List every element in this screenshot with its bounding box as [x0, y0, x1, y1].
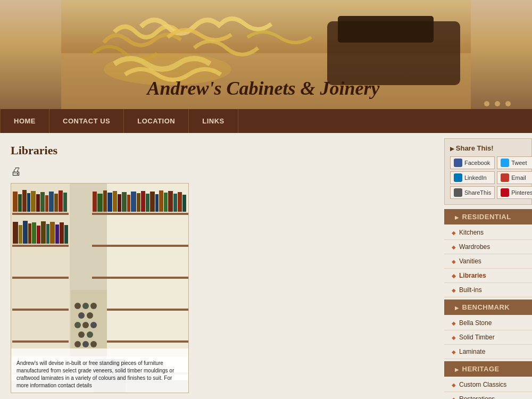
content-area: Libraries 🖨: [0, 133, 532, 399]
svg-rect-35: [54, 194, 58, 212]
section-heritage: HERITAGE: [444, 361, 532, 377]
svg-rect-47: [55, 225, 59, 244]
svg-rect-44: [41, 221, 46, 244]
svg-rect-63: [155, 194, 159, 212]
sidebar-item-restorations[interactable]: ◆ Restorations: [444, 392, 532, 399]
main-content: Libraries 🖨: [0, 133, 444, 399]
image-caption: Andrew's will devise in-built or free st…: [11, 356, 188, 393]
svg-rect-62: [150, 192, 155, 212]
sidebar-item-builtins[interactable]: ◆ Built-ins: [444, 283, 532, 297]
sidebar-item-libraries[interactable]: ◆ Libraries: [444, 269, 532, 283]
svg-rect-54: [113, 191, 117, 212]
benchmark-items: ◆ Bella Stone ◆ Solid Timber ◆ Laminate: [444, 316, 532, 359]
banner-svg: Andrew's Cabinets & Joinery: [0, 0, 532, 109]
svg-rect-36: [59, 190, 63, 212]
svg-rect-66: [168, 191, 173, 212]
section-benchmark: BENCHMARK: [444, 300, 532, 315]
svg-rect-57: [127, 195, 130, 212]
nav-location[interactable]: LOCATION: [124, 109, 189, 133]
solid-timber-label: Solid Timber: [459, 334, 495, 341]
svg-rect-34: [49, 192, 54, 212]
sidebar-item-kitchens[interactable]: ◆ Kitchens: [444, 226, 532, 240]
svg-rect-27: [18, 194, 22, 212]
page-wrapper: Andrew's Cabinets & Joinery HOME CONTACT…: [0, 0, 532, 399]
svg-rect-61: [146, 194, 149, 212]
svg-point-71: [74, 303, 81, 309]
svg-rect-48: [60, 222, 64, 244]
svg-rect-26: [13, 192, 18, 212]
svg-rect-41: [28, 223, 31, 244]
svg-rect-31: [36, 194, 40, 212]
sharethis-icon: [454, 188, 462, 197]
svg-rect-51: [97, 194, 103, 212]
svg-rect-69: [182, 195, 186, 212]
sidebar-item-solid-timber[interactable]: ◆ Solid Timber: [444, 330, 532, 345]
sidebar-item-custom-classics[interactable]: ◆ Custom Classics: [444, 378, 532, 392]
share-email[interactable]: Email: [497, 171, 532, 184]
print-icon[interactable]: 🖨: [11, 165, 21, 177]
share-pinterest[interactable]: Pinterest: [497, 186, 532, 199]
sidebar: Share This! Facebook Tweet LinkedIn: [444, 133, 532, 399]
svg-rect-15: [12, 245, 69, 247]
print-icon-area: 🖨: [11, 165, 434, 178]
share-title: Share This!: [450, 144, 526, 152]
svg-rect-14: [12, 213, 69, 215]
svg-rect-43: [37, 226, 40, 244]
nav-links[interactable]: LINKS: [189, 109, 238, 133]
svg-point-80: [87, 331, 93, 338]
arrow-builtins: ◆: [452, 287, 456, 293]
share-linkedin[interactable]: LinkedIn: [450, 171, 495, 184]
email-icon: [501, 173, 509, 182]
svg-rect-39: [19, 225, 22, 244]
svg-point-75: [87, 312, 93, 319]
sidebar-item-vanities[interactable]: ◆ Vanities: [444, 254, 532, 269]
svg-rect-46: [50, 222, 55, 244]
arrow-libraries: ◆: [452, 273, 456, 279]
svg-point-72: [82, 303, 89, 309]
residential-items: ◆ Kitchens ◆ Wardrobes ◆ Vanities ◆ Libr…: [444, 226, 532, 297]
arrow-vanities: ◆: [452, 259, 456, 264]
svg-rect-16: [12, 277, 69, 279]
linkedin-icon: [454, 173, 462, 182]
share-buttons: Facebook Tweet LinkedIn Email: [450, 156, 526, 199]
pinterest-label: Pinterest: [511, 189, 532, 196]
svg-rect-20: [92, 213, 188, 215]
arrow-timber: ◆: [452, 335, 456, 340]
laminate-label: Laminate: [459, 348, 485, 355]
svg-point-82: [82, 341, 89, 347]
svg-rect-52: [103, 190, 107, 212]
sidebar-item-wardrobes[interactable]: ◆ Wardrobes: [444, 240, 532, 254]
kitchens-label: Kitchens: [459, 229, 484, 236]
share-box: Share This! Facebook Tweet LinkedIn: [444, 138, 532, 205]
svg-point-81: [74, 341, 81, 347]
svg-rect-68: [178, 192, 182, 212]
email-label: Email: [511, 174, 526, 181]
share-facebook[interactable]: Facebook: [450, 156, 495, 169]
svg-rect-67: [173, 194, 177, 212]
sidebar-item-bella-stone[interactable]: ◆ Bella Stone: [444, 316, 532, 330]
sidebar-item-laminate[interactable]: ◆ Laminate: [444, 345, 532, 359]
facebook-icon: [454, 159, 462, 167]
svg-rect-56: [122, 192, 127, 212]
share-sharethis[interactable]: ShareThis: [450, 186, 495, 199]
wardrobes-label: Wardrobes: [459, 243, 490, 251]
svg-rect-21: [92, 245, 188, 247]
svg-point-79: [78, 331, 85, 338]
tweet-label: Tweet: [511, 160, 527, 166]
svg-rect-28: [22, 190, 27, 212]
nav-contact[interactable]: CONTACT US: [49, 109, 124, 133]
svg-rect-49: [64, 225, 68, 244]
svg-rect-30: [31, 191, 36, 212]
svg-point-8: [495, 101, 500, 106]
svg-rect-64: [159, 190, 163, 212]
arrow-wardrobes: ◆: [452, 244, 456, 250]
svg-rect-55: [118, 194, 121, 212]
section-residential: RESIDENTIAL: [444, 209, 532, 225]
libraries-label: Libraries: [459, 272, 486, 279]
svg-point-74: [78, 312, 85, 319]
svg-point-83: [90, 341, 97, 347]
nav-home[interactable]: HOME: [0, 109, 49, 133]
share-tweet[interactable]: Tweet: [497, 156, 532, 169]
pinterest-icon: [501, 188, 509, 197]
svg-rect-59: [137, 193, 140, 212]
